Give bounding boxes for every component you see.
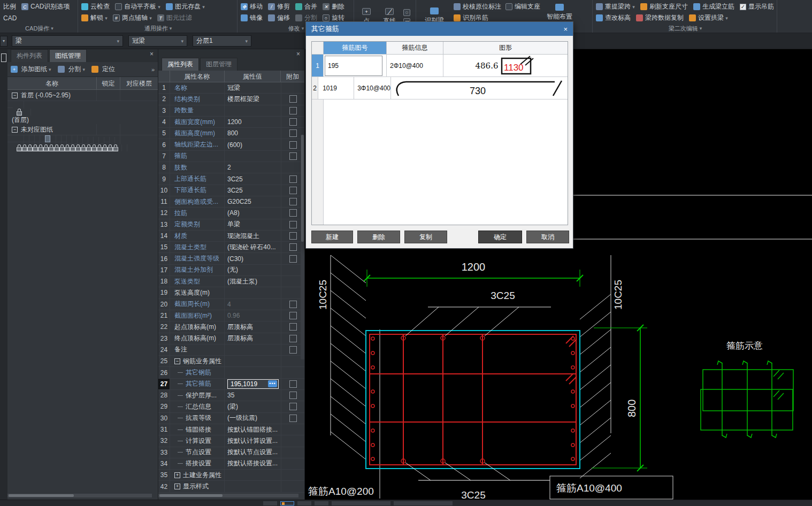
checkbox[interactable] — [289, 243, 297, 251]
unlock-button[interactable]: 解锁 ▾ — [81, 13, 108, 22]
tree-row[interactable]: 1-1-13 — [66, 137, 72, 144]
column-floor[interactable]: 对应楼层 — [120, 77, 158, 89]
attach-cell[interactable] — [281, 94, 304, 104]
property-row[interactable]: 42 + 显示样式 ••• — [158, 481, 304, 492]
element-filter-button[interactable]: T图元过滤 — [157, 13, 192, 22]
property-row[interactable]: 4 截面宽度(mm) 1200 1200 ••• — [158, 117, 304, 128]
lock-cell[interactable] — [104, 144, 127, 151]
attach-cell[interactable] — [281, 435, 304, 446]
tree-row[interactable]: 换撑梁图29 — [18, 135, 24, 142]
copy-button[interactable]: 复制 — [404, 231, 447, 243]
offset-button[interactable]: 偏移 — [268, 13, 290, 22]
mini-dropdown[interactable]: ▾ — [0, 36, 7, 47]
property-value[interactable]: 现浇混凝土 现浇混凝土 ••• — [225, 231, 281, 241]
status-tab[interactable] — [263, 501, 277, 505]
column-attach[interactable]: 附加 — [281, 71, 304, 82]
property-value[interactable]: ••• — [225, 151, 281, 162]
property-row[interactable]: 12 拉筋 (A8) (A8) ••• — [158, 208, 304, 219]
checkbox[interactable] — [289, 198, 297, 205]
property-value[interactable]: ••• — [225, 105, 281, 116]
tree-row[interactable]: 底板换撑-28 — [24, 135, 29, 142]
split-drawing-button[interactable]: 分割▾ — [58, 65, 86, 74]
attach-cell[interactable] — [281, 458, 304, 469]
property-row[interactable]: 31 锚固搭接 按默认锚固搭接... 按默认锚固搭接... ••• — [158, 424, 304, 435]
property-value[interactable]: G20C25 G20C25 ••• — [225, 196, 281, 207]
checkbox[interactable] — [289, 141, 297, 149]
property-value[interactable]: (混凝土泵) (混凝土泵) ••• — [225, 276, 281, 287]
property-row[interactable]: 27 其它箍筋 195,1019 195,1019 ••• — [158, 379, 304, 390]
checkbox[interactable] — [289, 301, 297, 308]
two-point-axis-button[interactable]: #两点辅轴 ▾ — [113, 13, 152, 22]
vertical-scrollbar[interactable] — [301, 135, 304, 359]
property-row[interactable]: 15 混凝土类型 (现浇砼 碎石40... (现浇砼 碎石40... ••• — [158, 242, 304, 253]
property-row[interactable]: 30 抗震等级 (一级抗震) (一级抗震) ••• — [158, 413, 304, 424]
dialog-titlebar[interactable]: 其它箍筋 × — [306, 22, 573, 36]
attach-cell[interactable] — [281, 82, 304, 93]
tree-item-name[interactable]: 08 — [7, 101, 24, 109]
layer-select[interactable]: 分层1▾ — [193, 35, 251, 47]
property-row[interactable]: 21 截面面积(m²) 0.96 0.96 ••• — [158, 310, 304, 321]
status-tab[interactable] — [315, 501, 328, 505]
tree-item-name[interactable]: − 首层 (-0.05~2.95) — [7, 90, 97, 101]
close-icon[interactable]: × — [150, 51, 154, 57]
property-value[interactable]: 2 2 ••• — [225, 162, 281, 173]
beam-span-copy-button[interactable]: 梁跨数据复制 — [636, 13, 684, 22]
value-input[interactable]: 195,1019 ••• — [227, 379, 279, 389]
property-value[interactable]: 1200 1200 ••• — [225, 117, 281, 127]
attach-cell[interactable] — [281, 470, 304, 480]
status-tab[interactable] — [394, 501, 453, 505]
property-row[interactable]: 8 肢数 2 2 ••• — [158, 162, 304, 173]
element-save-button[interactable]: 图元存盘 ▾ — [166, 2, 205, 11]
ellipsis-button[interactable]: ••• — [268, 380, 277, 387]
property-row[interactable]: 10 下部通长筋 3C25 3C25 ••• — [158, 185, 304, 196]
checkbox[interactable] — [289, 107, 297, 114]
group-label-cad-ops[interactable]: CAD操作▾ — [3, 24, 75, 33]
status-tab-active[interactable] — [280, 501, 294, 505]
column-shape[interactable]: 图形 — [443, 42, 568, 54]
property-value[interactable]: 按默认锚固搭接... 按默认锚固搭接... ••• — [225, 424, 281, 435]
cloud-check-button[interactable]: 云检查 — [81, 2, 110, 11]
property-value[interactable]: 35 35 ••• — [225, 390, 281, 401]
property-row[interactable]: 3 跨数量 ••• — [158, 105, 304, 117]
merge-button[interactable]: 合并 — [295, 2, 317, 11]
property-row[interactable]: 19 泵送高度(m) ••• — [158, 287, 304, 298]
property-value[interactable]: (600) (600) ••• — [225, 139, 281, 150]
refresh-support-size-button[interactable]: 刷新支座尺寸 — [640, 2, 688, 11]
generate-beam-bars-button[interactable]: 生成梁立筋 — [693, 2, 734, 11]
column-lock[interactable]: 锁定 — [97, 77, 120, 89]
property-value[interactable]: 单梁 单梁 ••• — [225, 219, 281, 230]
lock-cell[interactable] — [7, 109, 31, 116]
property-row[interactable]: 24 备注 ••• — [158, 344, 304, 356]
cad-button[interactable]: CAD — [3, 14, 17, 22]
property-value[interactable]: 按默认节点设置... 按默认节点设置... ••• — [225, 447, 281, 458]
new-button[interactable]: 新建 — [311, 231, 353, 243]
checkbox[interactable] — [289, 346, 297, 354]
check-insitu-annotation-button[interactable]: 校核原位标注 — [454, 2, 501, 11]
status-tab[interactable] — [332, 501, 390, 505]
delete-button[interactable]: ✕删除 — [323, 2, 344, 11]
tree-row[interactable]: 出土口30 — [61, 135, 66, 142]
tree-row[interactable]: 4-4-16 — [82, 137, 88, 144]
checkbox[interactable] — [289, 392, 297, 399]
element-select[interactable]: 冠梁▾ — [128, 35, 187, 47]
attach-cell[interactable] — [281, 401, 304, 412]
group-expander-icon[interactable]: − — [174, 358, 180, 364]
column-stirrup-number[interactable]: 箍筋图号 — [324, 42, 387, 54]
property-row[interactable]: 1 名称 冠梁 冠梁 ••• — [158, 82, 304, 94]
attach-cell[interactable] — [281, 105, 304, 116]
trim-button[interactable]: /修剪 — [268, 2, 290, 11]
property-row[interactable]: 26 其它钢筋 ••• — [158, 367, 304, 378]
property-value[interactable]: (梁) (梁) ••• — [225, 401, 281, 412]
group-expander-icon[interactable]: + — [174, 484, 180, 489]
checkbox[interactable] — [289, 95, 297, 103]
circle-tool-icon[interactable]: ◌ — [403, 9, 410, 16]
tab-component-list[interactable]: 构件列表 — [11, 49, 48, 62]
property-row[interactable]: 34 搭接设置 按默认搭接设置... 按默认搭接设置... ••• — [158, 458, 304, 470]
property-row[interactable]: 35 + 土建业务属性 ••• — [158, 470, 304, 481]
tree-item-name[interactable]: 基坑完整 — [104, 135, 120, 144]
tree-row[interactable]: 基坑完整 — [104, 135, 109, 142]
property-row[interactable]: 29 汇总信息 (梁) (梁) ••• — [158, 401, 304, 412]
checkbox[interactable] — [289, 380, 297, 388]
tree-row[interactable]: 梁配筋22 — [45, 135, 50, 142]
column-stirrup-info[interactable]: 箍筋信息 — [387, 42, 443, 54]
